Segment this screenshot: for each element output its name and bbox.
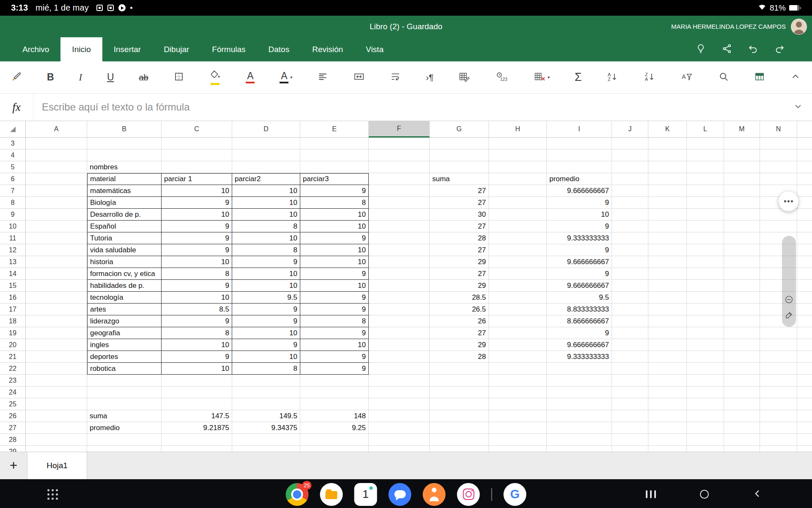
cell-B21[interactable]: deportes [87,351,162,363]
column-header-I[interactable]: I [547,121,612,138]
instagram-app-icon[interactable] [457,483,480,506]
row-header-26[interactable]: 26 [0,410,26,422]
cell-L5[interactable] [687,161,724,173]
cell-H16[interactable] [489,292,547,304]
cell-A22[interactable] [26,363,87,375]
cell-M22[interactable] [724,363,760,375]
cell-B28[interactable] [87,434,162,446]
cell-K14[interactable] [648,268,687,280]
cell-B26[interactable]: suma [87,410,162,422]
cell-A28[interactable] [26,434,87,446]
cell-M26[interactable] [724,410,760,422]
cell-H3[interactable] [489,138,547,149]
app-drawer-button[interactable] [47,489,58,500]
cell-G21[interactable]: 28 [430,351,489,363]
cell-H24[interactable] [489,387,547,398]
cell-L4[interactable] [687,149,724,161]
cell-A27[interactable] [26,422,87,434]
cell-J15[interactable] [612,280,648,292]
cell-C14[interactable]: 8 [162,268,232,280]
fx-button[interactable]: fx [0,94,33,121]
cell-D11[interactable]: 10 [232,232,300,244]
cell-D4[interactable] [232,149,300,161]
cell-J14[interactable] [612,268,648,280]
cell-L8[interactable] [687,197,724,209]
cell-J12[interactable] [612,244,648,256]
cell-A23[interactable] [26,375,87,387]
cell-B6[interactable]: material [87,173,162,185]
select-all-corner[interactable] [0,121,26,138]
cell-E6[interactable]: parciar3 [300,173,369,185]
cell-I21[interactable]: 9.333333333 [547,351,612,363]
cell-E18[interactable]: 8 [300,315,369,327]
cell-I16[interactable]: 9.5 [547,292,612,304]
cell-A24[interactable] [26,387,87,398]
format-painter-button[interactable] [11,71,22,84]
cell-J6[interactable] [612,173,648,185]
cell-C11[interactable]: 9 [162,232,232,244]
cell-D10[interactable]: 8 [232,221,300,232]
freeze-panes-button[interactable] [754,71,765,84]
cell-D21[interactable]: 10 [232,351,300,363]
cell-G12[interactable]: 27 [430,244,489,256]
cell-E5[interactable] [300,161,369,173]
cell-G20[interactable]: 29 [430,339,489,351]
cell-L12[interactable] [687,244,724,256]
cell-A7[interactable] [26,185,87,197]
cell-N4[interactable] [760,149,797,161]
cell-K22[interactable] [648,363,687,375]
cell-C17[interactable]: 8.5 [162,304,232,315]
cell-A14[interactable] [26,268,87,280]
cell-L22[interactable] [687,363,724,375]
cell-F20[interactable] [369,339,430,351]
cell-J10[interactable] [612,221,648,232]
cell-J13[interactable] [612,256,648,268]
cell-L16[interactable] [687,292,724,304]
cell-B17[interactable]: artes [87,304,162,315]
cell-A5[interactable] [26,161,87,173]
cell-M9[interactable] [724,209,760,221]
cell-N20[interactable] [760,339,797,351]
cell-A15[interactable] [26,280,87,292]
cell-B9[interactable]: Desarrollo de p. [87,209,162,221]
cell-E11[interactable]: 9 [300,232,369,244]
cell-L19[interactable] [687,327,724,339]
row-header-5[interactable]: 5 [0,161,26,173]
cell-J20[interactable] [612,339,648,351]
cell-H4[interactable] [489,149,547,161]
cell-G15[interactable]: 29 [430,280,489,292]
cell-H17[interactable] [489,304,547,315]
cell-J18[interactable] [612,315,648,327]
cell-G6[interactable]: suma [430,173,489,185]
cell-A26[interactable] [26,410,87,422]
ribbon-tab-vista[interactable]: Vista [354,37,395,61]
cell-I26[interactable] [547,410,612,422]
cell-K12[interactable] [648,244,687,256]
cell-C25[interactable] [162,398,232,410]
cell-N29[interactable] [760,446,797,452]
formula-input[interactable]: Escribe aquí el texto o la fórmula [33,94,784,121]
cell-L20[interactable] [687,339,724,351]
cell-G24[interactable] [430,387,489,398]
cell-D14[interactable]: 10 [232,268,300,280]
cell-D18[interactable]: 9 [232,315,300,327]
cell-A12[interactable] [26,244,87,256]
cell-K27[interactable] [648,422,687,434]
cell-D27[interactable]: 9.34375 [232,422,300,434]
cell-J16[interactable] [612,292,648,304]
cell-F8[interactable] [369,197,430,209]
cell-L17[interactable] [687,304,724,315]
cell-F22[interactable] [369,363,430,375]
cell-K29[interactable] [648,446,687,452]
cell-F18[interactable] [369,315,430,327]
cell-H9[interactable] [489,209,547,221]
row-header-15[interactable]: 15 [0,280,26,292]
cell-G23[interactable] [430,375,489,387]
row-header-10[interactable]: 10 [0,221,26,232]
cell-K28[interactable] [648,434,687,446]
cell-A29[interactable] [26,446,87,452]
cell-F21[interactable] [369,351,430,363]
cell-K11[interactable] [648,232,687,244]
cell-C23[interactable] [162,375,232,387]
cell-L13[interactable] [687,256,724,268]
